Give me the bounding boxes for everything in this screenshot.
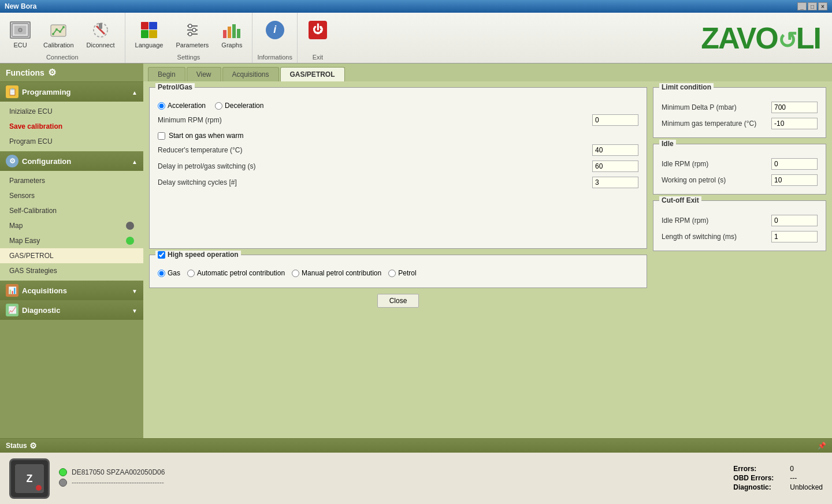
- length-switching-row: Length of switching (ms): [662, 231, 818, 242]
- svg-point-3: [19, 29, 21, 31]
- limit-condition-title: Limit condition: [659, 83, 714, 91]
- sidebar-item-gas-petrol[interactable]: GAS/PETROL: [0, 248, 143, 263]
- minimize-button[interactable]: _: [797, 2, 807, 10]
- sidebar-item-map[interactable]: Map: [0, 218, 143, 233]
- ecu-button[interactable]: ECU: [5, 17, 36, 51]
- programming-section-label: Programming: [22, 88, 71, 96]
- status-row-2: ----------------------------------------: [59, 479, 712, 487]
- gas-option[interactable]: Gas: [158, 269, 180, 277]
- cutoff-exit-section: Cut-off Exit Idle RPM (rpm) Length of sw…: [653, 200, 826, 251]
- min-rpm-input[interactable]: [592, 114, 638, 126]
- start-on-gas-checkbox[interactable]: [158, 132, 165, 140]
- configuration-header-left: ⚙ Configuration: [6, 155, 71, 167]
- working-petrol-input[interactable]: [771, 174, 818, 186]
- diagnostic-chevron: [132, 306, 138, 315]
- sidebar-section-diagnostic-header[interactable]: 📈 Diagnostic: [0, 300, 143, 320]
- sidebar-item-save-calibration[interactable]: Save calibration: [0, 119, 143, 134]
- idle-rpm-label: Idle RPM (rpm): [662, 160, 767, 168]
- length-switching-input[interactable]: [771, 231, 818, 242]
- svg-point-8: [52, 33, 54, 35]
- acceleration-option[interactable]: Acceleration: [158, 102, 206, 110]
- errors-value: 0: [790, 465, 794, 473]
- delay-cycles-input[interactable]: [592, 177, 638, 188]
- manual-petrol-option[interactable]: Manual petrol contribution: [292, 269, 381, 277]
- idle-section: Idle Idle RPM (rpm) Working on petrol (s…: [653, 144, 826, 195]
- graphs-button[interactable]: Graphs: [216, 17, 247, 51]
- idle-rpm-input[interactable]: [771, 158, 818, 170]
- configuration-section-content: Parameters Sensors Self-Calibration Map …: [0, 171, 143, 281]
- panel-left: Petrol/Gas Acceleration Deceleration: [149, 87, 647, 308]
- sidebar-section-programming-header[interactable]: 📋 Programming: [0, 82, 143, 102]
- exit-label: [317, 42, 318, 48]
- petrol-radio[interactable]: [388, 270, 396, 277]
- title-bar-controls[interactable]: _ □ ×: [797, 2, 827, 10]
- acceleration-radio[interactable]: [158, 102, 165, 110]
- sidebar-section-acquisitions-header[interactable]: 📊 Acquisitions: [0, 281, 143, 300]
- device-icon: Z: [9, 458, 50, 499]
- deceleration-option[interactable]: Deceleration: [215, 102, 263, 110]
- sidebar-section-configuration-header[interactable]: ⚙ Configuration: [0, 151, 143, 171]
- toolbar-group-settings: Language Parameters: [125, 13, 253, 63]
- min-delta-p-input[interactable]: [771, 102, 818, 113]
- acquisitions-chevron: [132, 286, 138, 295]
- cutoff-idle-rpm-input[interactable]: [771, 215, 818, 226]
- gas-petrol-nav-label: GAS/PETROL: [9, 252, 54, 260]
- svg-point-10: [59, 31, 61, 33]
- petrol-gas-section: Petrol/Gas Acceleration Deceleration: [149, 87, 647, 249]
- min-delta-p-label: Minimum Delta P (mbar): [662, 103, 767, 111]
- maximize-button[interactable]: □: [808, 2, 817, 10]
- disconnect-button[interactable]: Diconnect: [81, 17, 120, 51]
- language-icon: [139, 20, 159, 40]
- auto-petrol-radio[interactable]: [187, 270, 195, 277]
- tab-gas-petrol[interactable]: GAS/PETROL: [280, 67, 345, 81]
- exit-icon: ⏻: [307, 20, 328, 40]
- sidebar-item-parameters[interactable]: Parameters: [0, 173, 143, 188]
- parameters-button[interactable]: Parameters: [170, 17, 214, 51]
- configuration-section-icon: ⚙: [6, 155, 18, 167]
- close-button[interactable]: Close: [377, 294, 419, 308]
- exit-button[interactable]: ⏻: [302, 17, 333, 51]
- sidebar-item-sensors[interactable]: Sensors: [0, 188, 143, 203]
- device-red-dot: [36, 485, 42, 491]
- auto-petrol-option[interactable]: Automatic petrol contribution: [187, 269, 285, 277]
- gas-label: Gas: [168, 269, 180, 277]
- status-content: Z DE817050 SPZAA002050D06 --------------…: [0, 453, 832, 504]
- manual-petrol-radio[interactable]: [292, 270, 299, 277]
- acceleration-deceleration-group: Acceleration Deceleration: [158, 102, 638, 110]
- tab-view[interactable]: View: [187, 67, 221, 81]
- tab-acquisitions[interactable]: Acquisitions: [222, 67, 279, 81]
- reducer-temp-input[interactable]: [592, 144, 638, 156]
- obd-errors-label: OBD Errors:: [733, 474, 785, 482]
- min-gas-temp-input[interactable]: [771, 118, 818, 129]
- deceleration-label: Deceleration: [225, 102, 263, 110]
- map-easy-label: Map Easy: [9, 237, 40, 245]
- tab-begin[interactable]: Begin: [148, 67, 185, 81]
- deceleration-radio[interactable]: [215, 102, 222, 110]
- sidebar-item-map-easy[interactable]: Map Easy: [0, 233, 143, 248]
- close-window-button[interactable]: ×: [818, 2, 827, 10]
- self-calibration-label: Self-Calibration: [9, 207, 57, 215]
- led-green-icon: [59, 468, 67, 476]
- toolbar-group-connection: ECU Calibration: [0, 13, 125, 63]
- language-button[interactable]: Language: [130, 17, 169, 51]
- high-speed-checkbox[interactable]: [158, 251, 165, 259]
- diagnostic-section-label: Diagnostic: [22, 306, 60, 315]
- sidebar-item-initialize-ecu[interactable]: Inizialize ECU: [0, 104, 143, 119]
- info-button[interactable]: i: [259, 17, 291, 51]
- diagnostic-header-left: 📈 Diagnostic: [6, 304, 60, 316]
- calibration-label: Calibration: [43, 42, 74, 48]
- diagnostic-row: Diagnostic: Unblocked: [733, 483, 823, 491]
- gas-radio[interactable]: [158, 270, 165, 277]
- sidebar-item-self-calibration[interactable]: Self-Calibration: [0, 203, 143, 218]
- toolbar-settings-items: Language Parameters: [130, 15, 248, 53]
- sidebar-item-gas-strategies[interactable]: GAS Strategies: [0, 263, 143, 278]
- calibration-button[interactable]: Calibration: [38, 17, 79, 51]
- language-label: Language: [135, 42, 164, 48]
- cutoff-idle-rpm-label: Idle RPM (rpm): [662, 216, 767, 225]
- sensors-label: Sensors: [9, 192, 35, 200]
- calibration-icon: [48, 20, 69, 40]
- delay-petrol-input[interactable]: [592, 160, 638, 172]
- sidebar-item-program-ecu[interactable]: Program ECU: [0, 134, 143, 149]
- petrol-option[interactable]: Petrol: [388, 269, 416, 277]
- programming-section-icon: 📋: [6, 85, 18, 98]
